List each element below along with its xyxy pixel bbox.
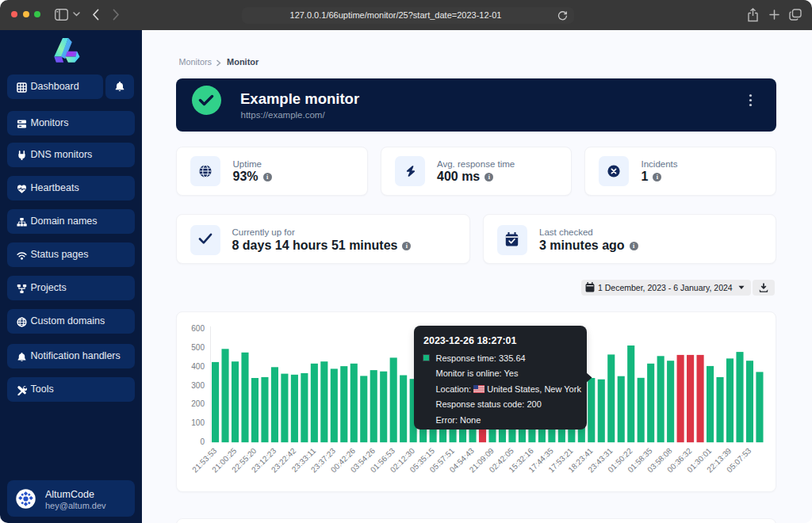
svg-text:600: 600 [191, 324, 205, 333]
svg-text:0: 0 [200, 437, 205, 446]
svg-text:100: 100 [191, 418, 205, 427]
svg-text:400: 400 [191, 362, 205, 371]
svg-text:300: 300 [191, 381, 205, 390]
svg-text:500: 500 [191, 343, 205, 352]
svg-text:200: 200 [191, 399, 205, 408]
